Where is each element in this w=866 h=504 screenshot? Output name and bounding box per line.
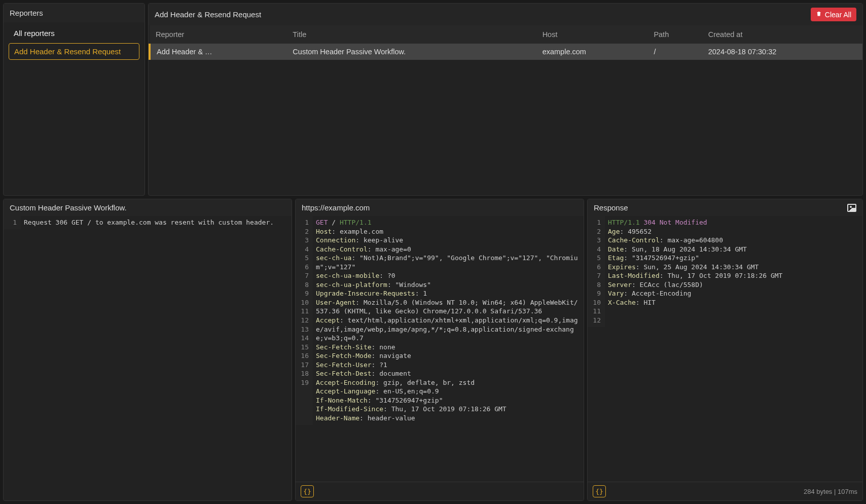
response-footer-stats: 284 bytes | 107ms bbox=[804, 488, 857, 495]
trash-icon bbox=[816, 10, 822, 19]
code-line: Accept-Language: en-US,en;q=0.9 bbox=[316, 387, 581, 396]
table-cell: / bbox=[647, 44, 702, 60]
code-line: Date: Sun, 18 Aug 2024 14:30:34 GMT bbox=[608, 245, 859, 254]
code-line: Sec-Fetch-Site: none bbox=[316, 343, 581, 352]
table-cell: Custom Header Passive Workflow. bbox=[286, 44, 536, 60]
table-header-cell[interactable]: Title bbox=[286, 25, 536, 44]
code-line: Sec-Fetch-User: ?1 bbox=[316, 361, 581, 370]
main-request-list: Add Header & Resend Request Clear All Re… bbox=[148, 3, 863, 196]
table-cell: Add Header & … bbox=[150, 44, 286, 60]
code-line bbox=[608, 316, 859, 325]
code-line: Header-Name: header-value bbox=[316, 414, 581, 423]
sidebar-title: Reporters bbox=[4, 4, 145, 22]
workflow-title: Custom Header Passive Workflow. bbox=[4, 199, 292, 216]
table-cell: 2024-08-18 07:30:32 bbox=[702, 44, 862, 60]
code-line: sec-ch-ua: "Not)A;Brand";v="99", "Google… bbox=[316, 254, 581, 271]
main-title: Add Header & Resend Request bbox=[155, 10, 261, 19]
clear-all-label: Clear All bbox=[825, 11, 851, 19]
code-line: Cache-Control: max-age=604800 bbox=[608, 236, 859, 245]
request-title: https://example.com bbox=[296, 199, 584, 216]
code-line: Server: ECAcc (lac/558D) bbox=[608, 280, 859, 290]
code-line: sec-ch-ua-platform: "Windows" bbox=[316, 280, 581, 290]
code-line: sec-ch-ua-mobile: ?0 bbox=[316, 271, 581, 280]
code-line: Expires: Sun, 25 Aug 2024 14:30:34 GMT bbox=[608, 263, 859, 272]
code-line: Connection: keep-alive bbox=[316, 236, 581, 245]
table-cell: example.com bbox=[536, 44, 648, 60]
response-title: Response bbox=[594, 203, 628, 212]
code-line: Age: 495652 bbox=[608, 227, 859, 236]
code-line: Last-Modified: Thu, 17 Oct 2019 07:18:26… bbox=[608, 271, 859, 280]
table-row[interactable]: Add Header & …Custom Header Passive Work… bbox=[150, 44, 862, 60]
response-json-button[interactable]: {} bbox=[593, 485, 606, 497]
reporter-item[interactable]: Add Header & Resend Request bbox=[9, 43, 139, 60]
code-line: Cache-Control: max-age=0 bbox=[316, 245, 581, 254]
table-header-cell[interactable]: Reporter bbox=[150, 25, 286, 44]
code-line: Etag: "3147526947+gzip" bbox=[608, 254, 859, 263]
code-line: Upgrade-Insecure-Requests: 1 bbox=[316, 289, 581, 298]
sidebar-reporters: Reporters All reportersAdd Header & Rese… bbox=[3, 3, 145, 196]
code-line: If-None-Match: "3147526947+gzip" bbox=[316, 396, 581, 405]
table-header-cell[interactable]: Created at bbox=[702, 25, 862, 44]
clear-all-button[interactable]: Clear All bbox=[811, 8, 856, 21]
code-line: User-Agent: Mozilla/5.0 (Windows NT 10.0… bbox=[316, 298, 581, 316]
code-line: If-Modified-Since: Thu, 17 Oct 2019 07:1… bbox=[316, 405, 581, 414]
image-icon[interactable] bbox=[847, 204, 856, 212]
request-panel: https://example.com 12345678910111213141… bbox=[295, 199, 584, 501]
code-line: Host: example.com bbox=[316, 227, 581, 236]
response-panel: Response 123456789101112 HTTP/1.1 304 No… bbox=[587, 199, 863, 501]
reporter-item[interactable]: All reporters bbox=[9, 25, 139, 41]
request-json-button[interactable]: {} bbox=[301, 485, 314, 497]
code-line: Accept: text/html,application/xhtml+xml,… bbox=[316, 316, 581, 343]
table-header-cell[interactable]: Host bbox=[536, 25, 648, 44]
code-line: X-Cache: HIT bbox=[608, 298, 859, 307]
code-line: Vary: Accept-Encoding bbox=[608, 289, 859, 298]
code-line: Sec-Fetch-Mode: navigate bbox=[316, 351, 581, 361]
code-line: Accept-Encoding: gzip, deflate, br, zstd bbox=[316, 378, 581, 387]
code-line bbox=[608, 307, 859, 316]
code-line: GET / HTTP/1.1 bbox=[316, 218, 581, 227]
workflow-line: Request 306 GET / to example.com was res… bbox=[24, 218, 288, 227]
code-line: HTTP/1.1 304 Not Modified bbox=[608, 218, 859, 227]
code-line: Sec-Fetch-Dest: document bbox=[316, 369, 581, 378]
table-header-cell[interactable]: Path bbox=[647, 25, 702, 44]
workflow-panel: Custom Header Passive Workflow. 1 Reques… bbox=[3, 199, 292, 501]
